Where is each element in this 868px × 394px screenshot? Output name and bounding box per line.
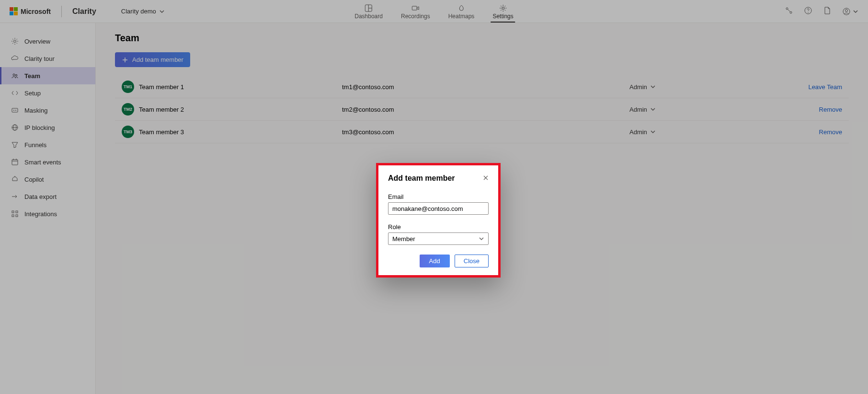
dialog-header: Add team member bbox=[388, 174, 489, 183]
role-select-value: Member bbox=[392, 235, 415, 243]
chevron-down-icon bbox=[479, 236, 484, 242]
email-label: Email bbox=[388, 193, 489, 200]
close-icon[interactable] bbox=[483, 174, 489, 182]
dialog-title: Add team member bbox=[388, 174, 455, 183]
email-input[interactable] bbox=[388, 202, 489, 215]
add-team-member-dialog: Add team member Email Role Member Add Cl… bbox=[376, 163, 501, 278]
add-button[interactable]: Add bbox=[420, 255, 450, 267]
role-select[interactable]: Member bbox=[388, 232, 489, 245]
close-button[interactable]: Close bbox=[455, 255, 489, 267]
role-label: Role bbox=[388, 223, 489, 231]
dialog-actions: Add Close bbox=[388, 255, 489, 267]
